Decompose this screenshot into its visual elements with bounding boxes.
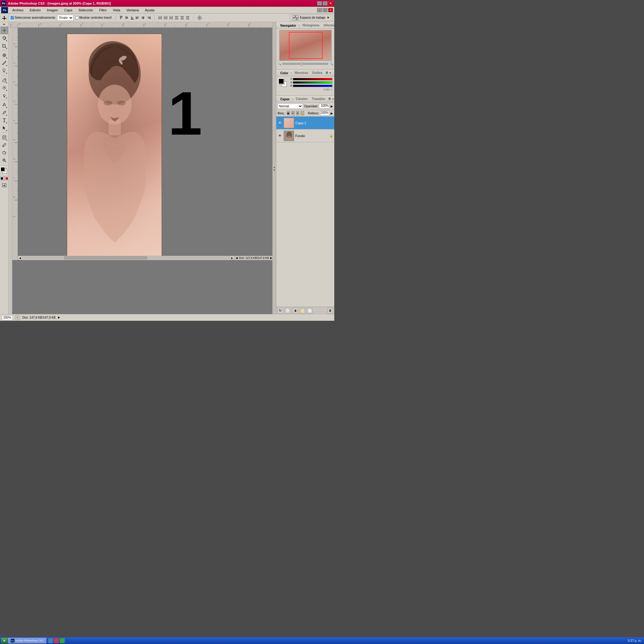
autoselect-checkbox[interactable]: Seleccionar automáticamente: Grupo Capa bbox=[11, 15, 74, 21]
color-tab-estilos[interactable]: Estilos bbox=[310, 70, 325, 75]
menu-edicion[interactable]: Edición bbox=[28, 8, 43, 13]
minimize-button[interactable]: ─ bbox=[317, 1, 322, 6]
layers-fill-arrow[interactable]: ▶ bbox=[331, 112, 333, 115]
distrib6-icon[interactable] bbox=[185, 15, 190, 20]
show-transform-check[interactable] bbox=[75, 16, 79, 19]
nav-zoom-minus[interactable]: 🔍 bbox=[278, 62, 281, 65]
tool-brush[interactable] bbox=[1, 59, 8, 67]
tool-screen-mode[interactable] bbox=[1, 182, 8, 189]
show-transform-checkbox[interactable]: Mostrar controles transf. bbox=[75, 16, 113, 19]
align-right-icon[interactable] bbox=[146, 15, 151, 20]
workspace-button[interactable]: Espacio de trabajo ▼ bbox=[290, 14, 332, 21]
tool-dodge[interactable] bbox=[1, 92, 8, 99]
tools-collapse-arrow[interactable]: ▸▸ bbox=[3, 23, 6, 26]
status-arrow-btn[interactable]: ▶ bbox=[58, 316, 62, 320]
menu-vista[interactable]: Vista bbox=[111, 8, 122, 13]
lock-position-icon[interactable]: ✛ bbox=[296, 111, 299, 115]
standard-mode-btn[interactable] bbox=[0, 176, 4, 181]
color-fg-swatch[interactable] bbox=[278, 78, 284, 84]
status-warning-icon[interactable]: ! bbox=[15, 315, 20, 320]
secondary-collapse[interactable]: ▸▸ bbox=[9, 23, 12, 28]
h-scroll-left[interactable]: ◀ bbox=[18, 256, 22, 260]
tool-eraser[interactable] bbox=[1, 76, 8, 84]
distrib2-icon[interactable] bbox=[163, 15, 168, 20]
menu-seleccion[interactable]: Selección bbox=[77, 8, 95, 13]
doc-info-arrow[interactable]: ◀ bbox=[236, 256, 238, 259]
new-fill-adj-btn[interactable]: ◑ bbox=[292, 308, 298, 313]
nav-tab-navigator[interactable]: Navegador bbox=[278, 23, 298, 28]
align-bottom-icon[interactable] bbox=[130, 15, 135, 20]
layers-blend-mode-select[interactable]: Normal Multiplicar Aclarar bbox=[278, 103, 303, 109]
tool-eyedropper[interactable] bbox=[1, 141, 8, 149]
h-scrollbar[interactable]: ◀ ▶ ◀ Doc: 147,9 KB/147,9 KB ▶ bbox=[18, 256, 272, 260]
align-vcenter-icon[interactable] bbox=[124, 15, 129, 20]
color-tab-color[interactable]: Color bbox=[278, 71, 290, 75]
nav-zoom-thumb[interactable] bbox=[301, 63, 303, 66]
autoselect-dropdown[interactable]: Grupo Capa bbox=[57, 15, 74, 21]
menu-filtro[interactable]: Filtro bbox=[97, 8, 108, 13]
tool-clone[interactable] bbox=[1, 67, 8, 74]
color-tab-muestras[interactable]: Muestras bbox=[293, 70, 310, 75]
right-collapse-icon[interactable]: ▸▸ bbox=[273, 166, 276, 171]
layer-eye-capa1[interactable]: 👁 bbox=[278, 121, 282, 125]
layers-tab-trazados[interactable]: Trazados bbox=[310, 96, 327, 102]
tool-crop[interactable] bbox=[1, 42, 8, 49]
new-group-btn[interactable]: 📁 bbox=[300, 308, 305, 313]
fg-color-swatch[interactable] bbox=[0, 167, 5, 172]
tool-path-select[interactable] bbox=[1, 101, 8, 109]
layers-panel-close-btn[interactable]: × bbox=[332, 98, 334, 101]
lock-all-icon[interactable]: 🔒 bbox=[301, 111, 304, 115]
layer-item-capa1[interactable]: 👁 Capa 1 bbox=[276, 117, 334, 129]
title-bar-controls[interactable]: ─ □ ✕ bbox=[317, 1, 333, 6]
layers-opacity-arrow[interactable]: ▶ bbox=[331, 105, 333, 108]
nav-tab-histogram[interactable]: Histograma bbox=[300, 23, 321, 28]
auto-align-icon[interactable] bbox=[197, 15, 203, 20]
tool-type[interactable] bbox=[1, 117, 8, 124]
add-mask-btn[interactable]: ⬜ bbox=[285, 308, 290, 313]
add-style-btn[interactable]: fx bbox=[278, 308, 283, 313]
maximize-button[interactable]: □ bbox=[323, 1, 328, 6]
new-layer-btn[interactable]: 📄 bbox=[307, 308, 312, 313]
layer-item-fondo[interactable]: 👁 Fondo 🔒 bbox=[276, 129, 334, 142]
distrib5-icon[interactable] bbox=[180, 15, 185, 20]
color-panel-close-btn[interactable]: × bbox=[329, 71, 332, 75]
tool-hand[interactable] bbox=[1, 149, 8, 156]
tool-healing[interactable] bbox=[1, 52, 8, 59]
fg-bg-colors[interactable] bbox=[0, 167, 8, 175]
h-scroll-right[interactable]: ▶ bbox=[230, 256, 234, 260]
quick-mask-btn[interactable] bbox=[5, 176, 9, 181]
menu-minimize-button[interactable]: ─ bbox=[317, 8, 322, 12]
tool-notes[interactable] bbox=[1, 134, 8, 141]
autoselect-check[interactable] bbox=[11, 16, 14, 19]
nav-zoom-slider[interactable] bbox=[282, 63, 328, 65]
lock-transparent-icon[interactable]: ▣ bbox=[287, 111, 290, 115]
menu-close-button[interactable]: ✕ bbox=[328, 8, 333, 12]
color-r-slider[interactable] bbox=[293, 78, 332, 80]
distrib1-icon[interactable] bbox=[158, 15, 163, 20]
align-left-icon[interactable] bbox=[135, 15, 140, 20]
menu-capa[interactable]: Capa bbox=[62, 8, 74, 13]
tool-blur[interactable] bbox=[1, 84, 8, 91]
menu-archivo[interactable]: Archivo bbox=[10, 8, 25, 13]
tool-direct[interactable] bbox=[1, 124, 8, 132]
h-scroll-thumb[interactable] bbox=[64, 256, 147, 259]
tool-move[interactable] bbox=[1, 27, 8, 34]
align-hcenter-icon[interactable] bbox=[141, 15, 146, 20]
nav-zoom-plus[interactable]: 🔍 bbox=[329, 62, 333, 65]
tool-pen[interactable] bbox=[1, 109, 8, 116]
layers-fill-value[interactable]: 100% bbox=[320, 111, 329, 116]
menu-maximize-button[interactable]: □ bbox=[323, 8, 328, 12]
tool-zoom[interactable] bbox=[1, 157, 8, 164]
delete-layer-btn[interactable]: 🗑 bbox=[328, 308, 333, 313]
close-button[interactable]: ✕ bbox=[328, 1, 333, 6]
doc-info-arrow2[interactable]: ▶ bbox=[270, 256, 272, 259]
color-g-slider[interactable] bbox=[293, 81, 332, 84]
menu-ventana[interactable]: Ventana bbox=[125, 8, 140, 13]
zoom-value[interactable]: 200% bbox=[2, 315, 13, 320]
layer-eye-fondo[interactable]: 👁 bbox=[278, 133, 282, 138]
lock-pixels-icon[interactable]: ✏ bbox=[291, 111, 295, 115]
color-panel-menu-btn[interactable]: ☰ bbox=[326, 71, 329, 75]
h-scroll-track[interactable] bbox=[23, 256, 229, 259]
layers-opacity-value[interactable]: 100% bbox=[319, 104, 330, 109]
nav-tab-info[interactable]: Información bbox=[321, 23, 334, 28]
